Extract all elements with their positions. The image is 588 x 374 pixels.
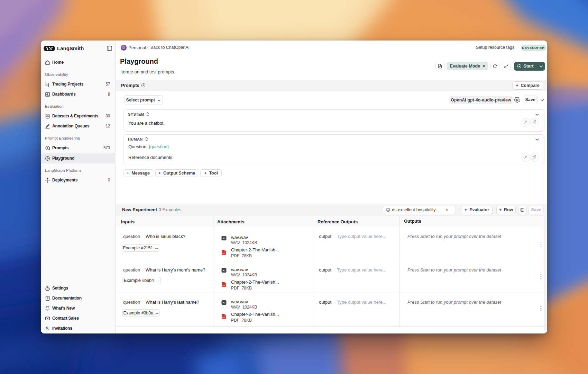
svg-text:PDF: PDF — [222, 252, 226, 254]
svg-text:PDF: PDF — [222, 317, 226, 319]
svg-text:PDF: PDF — [222, 285, 226, 286]
